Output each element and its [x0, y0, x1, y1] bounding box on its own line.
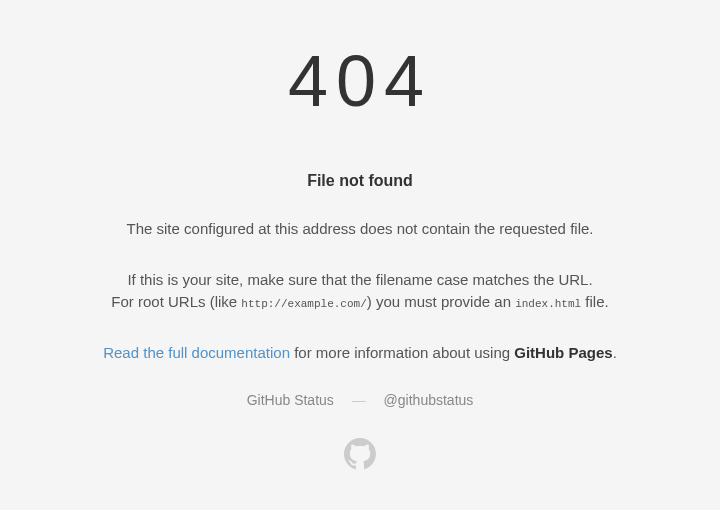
- code-url-example: http://example.com/: [241, 298, 366, 310]
- error-code: 404: [0, 40, 720, 122]
- separator: —: [352, 392, 366, 408]
- message-text: If this is your site, make sure that the…: [127, 271, 592, 288]
- product-name: GitHub Pages: [514, 344, 612, 361]
- message-text: For root URLs (like: [111, 293, 241, 310]
- message-text: .: [613, 344, 617, 361]
- message-text: for more information about using: [290, 344, 514, 361]
- docs-message: Read the full documentation for more inf…: [0, 342, 720, 365]
- github-icon: [344, 438, 376, 474]
- footer-links: GitHub Status — @githubstatus: [0, 392, 720, 408]
- error-title: File not found: [0, 172, 720, 190]
- message-text: file.: [581, 293, 609, 310]
- github-status-link[interactable]: GitHub Status: [247, 392, 334, 408]
- error-message-2: If this is your site, make sure that the…: [0, 269, 720, 314]
- twitter-link[interactable]: @githubstatus: [384, 392, 474, 408]
- code-filename: index.html: [515, 298, 581, 310]
- github-logo[interactable]: [0, 438, 720, 474]
- message-text: ) you must provide an: [367, 293, 515, 310]
- docs-link[interactable]: Read the full documentation: [103, 344, 290, 361]
- error-message-1: The site configured at this address does…: [0, 218, 720, 241]
